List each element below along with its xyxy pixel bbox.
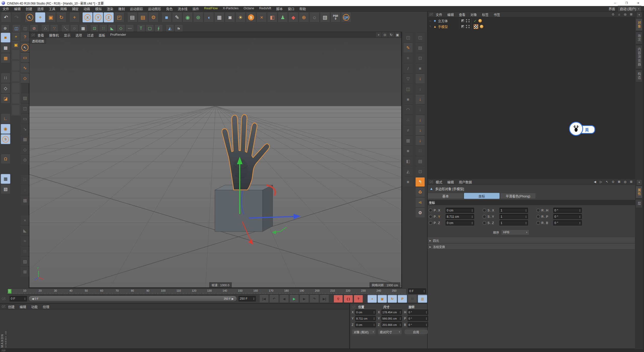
menu-item[interactable]: 网格	[60, 6, 67, 11]
menu-item[interactable]: 功能	[31, 304, 38, 309]
modeling-command-icon[interactable]: ▦	[20, 196, 30, 205]
menu-item[interactable]: 窗口	[288, 6, 294, 11]
menu-item[interactable]: 渲染	[107, 6, 113, 11]
floor-object-icon[interactable]: ▦	[214, 12, 224, 22]
qr-plugin-icon[interactable]: QR	[341, 12, 351, 22]
keyframe-scale-toggle[interactable]: ▣	[378, 295, 387, 303]
visibility-dots-icon[interactable]	[466, 19, 467, 22]
menu-item[interactable]: 编辑	[447, 12, 454, 17]
ornament-icon[interactable]: ∮	[154, 25, 163, 32]
field-s-y[interactable]: 1▲▼	[499, 214, 528, 219]
coordinate-field[interactable]: 0 °▲▼	[408, 310, 428, 315]
workplane-snap-icon[interactable]: ▧	[1, 184, 10, 194]
find-icon[interactable]: ⊙	[611, 180, 615, 184]
stepper-icon[interactable]: ▲▼	[471, 215, 473, 218]
phong-tag-icon[interactable]	[480, 25, 484, 28]
modeling-command-icon[interactable]: ◫	[20, 104, 30, 113]
pick-live-selection-icon[interactable]: ↖	[20, 42, 30, 52]
timeline-ruler[interactable]: 0102030405060708090100110120130140150160…	[7, 288, 407, 294]
knife-icon[interactable]: /	[403, 64, 413, 73]
menu-item[interactable]: 角色	[166, 6, 173, 11]
visibility-dots-icon[interactable]	[466, 25, 467, 28]
stepper-icon[interactable]: ▲▼	[399, 311, 401, 314]
modeling-command-icon[interactable]: ⊠	[20, 267, 30, 277]
menu-item[interactable]: 模拟	[95, 6, 102, 11]
lasso-selection-icon[interactable]: ∿	[20, 63, 30, 73]
keyframe-radio-icon[interactable]	[536, 221, 540, 225]
subdivide-disabled-icon[interactable]: ↓	[415, 84, 425, 94]
arc-points-icon[interactable]: ∴	[41, 25, 50, 32]
coordinate-system-icon[interactable]: ◰	[114, 12, 124, 22]
lock-z-axis-icon[interactable]: Z	[104, 12, 114, 22]
menu-item[interactable]: 摄像机	[49, 33, 59, 37]
recycle-icon[interactable]: ♻	[415, 187, 425, 197]
motion-clip-icon[interactable]: ◧	[267, 12, 277, 22]
menu-item[interactable]: 对象	[470, 12, 477, 17]
arch-icon[interactable]: ◠	[403, 105, 413, 115]
search-icon[interactable]: ⊙	[611, 12, 615, 17]
annotation-icon[interactable]: ▧	[320, 12, 330, 22]
attribute-tab[interactable]: 平滑着色(Phong)	[500, 193, 536, 199]
solo-mode-icon[interactable]: S	[1, 134, 10, 144]
goto-start-button[interactable]: |◀	[259, 295, 269, 303]
rotate-tool-icon[interactable]: ↻	[56, 12, 66, 22]
field-r-b[interactable]: 0 °▲▼	[553, 220, 582, 226]
side-tab[interactable]: 内容浏览器	[636, 45, 642, 69]
modeling-command-icon[interactable]: ×	[20, 215, 30, 225]
menu-item[interactable]: 查看	[459, 12, 465, 17]
stepper-icon[interactable]: ▲▼	[525, 222, 527, 225]
edge-cut-icon[interactable]: ◫	[403, 33, 413, 42]
menu-item[interactable]: 雕刻	[118, 6, 125, 11]
symmetry-points-icon[interactable]: ⊘	[30, 25, 38, 32]
path-points-icon[interactable]: ⋯	[126, 25, 134, 32]
stepper-icon[interactable]: ▲▼	[373, 323, 375, 326]
modeling-command-icon[interactable]: ∷	[20, 175, 30, 185]
maximize-button[interactable]: ❐	[621, 0, 632, 6]
stepper-icon[interactable]: ▲▼	[426, 311, 427, 314]
ime-logo-icon[interactable]	[569, 122, 583, 136]
cube-dot-icon[interactable]: ⊡	[415, 167, 425, 177]
viewport-panel[interactable]: 查看摄像机显示选项过滤面板ProRender +⊙↻▣ 透视视图	[29, 32, 401, 288]
triangulate-disabled-icon[interactable]: ↓	[415, 105, 425, 115]
lock-x-axis-icon[interactable]: X	[83, 12, 93, 22]
modeling-command-icon[interactable]: ↘	[20, 124, 30, 134]
side-tab[interactable]: 属性	[636, 186, 642, 198]
edges-mode-icon[interactable]: ◇	[1, 83, 10, 93]
coordinate-field[interactable]: 8.711 cm▲▼	[355, 316, 376, 321]
field-s-z[interactable]: 1▲▼	[499, 220, 528, 226]
spline-points-icon[interactable]: ⋱	[61, 25, 70, 32]
coordinate-field[interactable]: 0 cm▲▼	[355, 322, 376, 327]
visibility-dots-icon[interactable]	[468, 25, 470, 28]
render-settings-icon[interactable]: ⚙	[148, 12, 158, 22]
toggle-view-icon[interactable]: ▣	[395, 32, 400, 37]
subdivision-surface-icon[interactable]: ◉	[183, 12, 193, 22]
path-up-icon[interactable]: ⌂	[617, 12, 621, 17]
object-row[interactable]: ─■立方体✓	[428, 18, 635, 24]
stepper-icon[interactable]: ▲▼	[471, 222, 473, 225]
menu-item[interactable]: 动画	[84, 6, 90, 11]
swap-icon[interactable]: ↰	[415, 177, 425, 187]
keyframe-radio-icon[interactable]	[429, 215, 432, 218]
keyframe-radio-icon[interactable]	[482, 215, 486, 218]
settings-cube-icon[interactable]: ⚙	[415, 208, 425, 218]
collapsed-section[interactable]: ▶四元	[428, 238, 635, 243]
lock-icon[interactable]: ⊠	[617, 180, 621, 184]
layer-square-icon[interactable]	[461, 25, 465, 28]
goto-end-button[interactable]: ▶|	[320, 295, 329, 303]
keyframe-selection-button[interactable]: ?	[354, 295, 363, 303]
history-back-icon[interactable]: ◀	[593, 180, 597, 184]
object-name[interactable]: 手模型	[437, 24, 459, 29]
autokey-button[interactable]: ( )	[344, 295, 353, 303]
panel-grip[interactable]	[352, 305, 356, 309]
next-key-button[interactable]: ↷	[310, 295, 319, 303]
shard-icon[interactable]: ◣	[108, 25, 116, 32]
stepper-icon[interactable]: ▲▼	[253, 297, 255, 300]
particle-emitter-icon[interactable]: ×	[257, 12, 267, 22]
points-mode-icon[interactable]: ∷	[1, 73, 10, 83]
panel-grip[interactable]	[2, 305, 6, 308]
keyframe-position-toggle[interactable]: +	[368, 295, 377, 303]
modeling-command-icon[interactable]: ⊙	[20, 155, 30, 165]
stepper-icon[interactable]: ▲▼	[426, 317, 427, 320]
keyframe-radio-icon[interactable]	[482, 221, 486, 225]
help-icon[interactable]: ?	[20, 32, 30, 42]
